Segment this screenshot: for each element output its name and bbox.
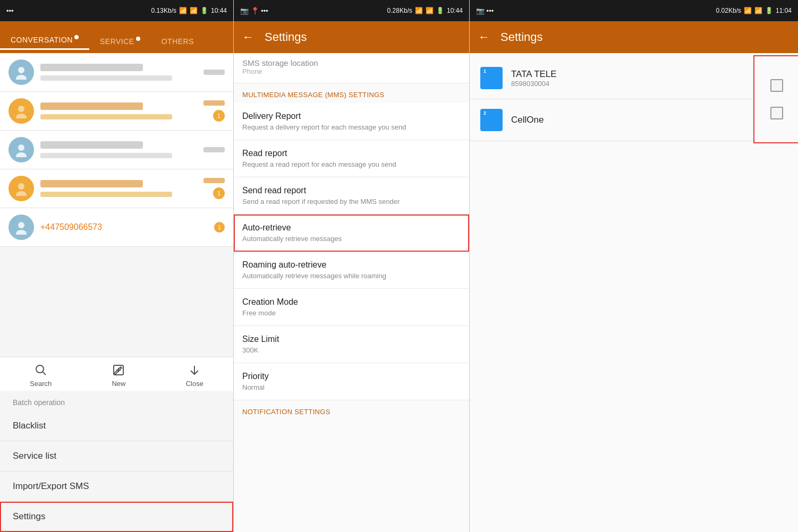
svg-point-5 (16, 152, 27, 157)
search-label: Search (30, 380, 52, 388)
send-read-report-subtitle: Send a read report if requested by the M… (242, 198, 461, 205)
battery-icon: 🔋 (200, 7, 208, 14)
tab-others[interactable]: OTHERS (151, 33, 205, 50)
back-button-3[interactable]: ← (478, 30, 490, 44)
conv-right: 1 (193, 100, 225, 122)
conv-badge: 1 (213, 110, 225, 122)
status-icons-3: 📷 ••• (476, 7, 494, 15)
sms-storage-item[interactable]: SMS storage location Phone (234, 53, 469, 83)
search-button[interactable]: Search (30, 363, 52, 388)
conv-name-blur (40, 102, 143, 110)
avatar (9, 98, 34, 124)
blacklist-item[interactable]: Blacklist (0, 411, 233, 441)
wifi-icon: 📶 (179, 7, 187, 14)
sim-1-checkbox[interactable] (770, 79, 783, 92)
size-limit-subtitle: 300K (242, 346, 461, 354)
new-button[interactable]: New (111, 363, 126, 388)
size-limit-item[interactable]: Size Limit 300K (234, 326, 469, 363)
roaming-auto-retrieve-item[interactable]: Roaming auto-retrieve Automatically retr… (234, 252, 469, 289)
list-item[interactable]: 1 (0, 92, 233, 131)
delivery-report-item[interactable]: Delivery Report Request a delivery repor… (234, 103, 469, 140)
signal-icon-2: 📶 (426, 7, 434, 14)
conv-name-blur (40, 64, 143, 71)
tab-service[interactable]: SERVICE (89, 32, 151, 50)
sim-item-2[interactable]: 2 CellOne (470, 99, 755, 141)
priority-item[interactable]: Priority Normal (234, 363, 469, 400)
settings-title-2: Settings (265, 30, 307, 44)
read-report-item[interactable]: Read report Request a read report for ea… (234, 140, 469, 177)
close-button[interactable]: Close (186, 363, 203, 388)
conv-msg-blur (40, 75, 172, 81)
conv-content (40, 141, 186, 158)
list-item[interactable] (0, 53, 233, 92)
wifi-icon-2: 📶 (415, 7, 423, 14)
speed-3: 0.02Kb/s (716, 7, 741, 14)
delivery-report-subtitle: Request a delivery report for each messa… (242, 123, 461, 131)
back-button-2[interactable]: ← (242, 30, 254, 44)
send-read-report-item[interactable]: Send read report Send a read report if r… (234, 177, 469, 214)
conv-time (203, 147, 225, 152)
svg-point-10 (36, 365, 44, 373)
svg-point-4 (18, 144, 24, 151)
avatar (9, 59, 34, 85)
read-report-subtitle: Request a read report for each message y… (242, 160, 461, 168)
sim-2-checkbox[interactable] (770, 107, 783, 119)
sim-badge-2: 2 (480, 109, 503, 131)
conv-right (193, 70, 225, 75)
sim-item-1[interactable]: 1 TATA TELE 8598030004 (470, 57, 755, 99)
conversation-list: 1 1 (0, 53, 233, 357)
sim-info-2: CellOne (511, 115, 745, 125)
time-3: 11:04 (776, 7, 792, 14)
creation-mode-item[interactable]: Creation Mode Free mode (234, 289, 469, 326)
list-item[interactable]: 1 (0, 169, 233, 208)
priority-subtitle: Normal (242, 383, 461, 391)
svg-point-7 (16, 191, 27, 196)
roaming-auto-retrieve-subtitle: Automatically retrieve messages while ro… (242, 272, 461, 280)
service-list-item[interactable]: Service list (0, 441, 233, 471)
svg-point-2 (18, 106, 24, 112)
conv-content (40, 64, 186, 81)
wifi-icon-3: 📶 (744, 7, 752, 14)
settings-header-2: ← Settings (234, 21, 469, 53)
svg-point-8 (18, 222, 24, 228)
conv-content (40, 180, 186, 197)
list-item[interactable] (0, 131, 233, 169)
conv-badge: 1 (213, 187, 225, 199)
conv-msg-blur (40, 153, 172, 158)
settings-body-2: SMS storage location Phone MULTIMEDIA ME… (234, 53, 469, 532)
conversation-badge (74, 35, 79, 39)
panel-settings: 📷 📍 ••• 0.28Kb/s 📶 📶 🔋 10:44 ← Settings … (234, 0, 470, 532)
notification-section-header: NOTIFICATION SETTINGS (234, 400, 469, 420)
conv-msg-blur (40, 114, 172, 119)
settings-title-3: Settings (500, 30, 543, 44)
time-1: 10:44 (211, 7, 227, 14)
size-limit-title: Size Limit (242, 334, 461, 344)
settings-item[interactable]: Settings (0, 502, 233, 532)
conv-content (40, 102, 186, 119)
mms-section-header: MULTIMEDIA MESSAGE (MMS) SETTINGS (234, 83, 469, 103)
sms-storage-subtitle: Phone (242, 67, 461, 75)
auto-retrieve-item[interactable]: Auto-retrieve Automatically retrieve mes… (234, 214, 469, 252)
send-read-report-title: Send read report (242, 186, 461, 195)
conv-right: 1 (193, 178, 225, 199)
signal-icon-3: 📶 (754, 7, 762, 14)
status-bar-1: ••• 0.13Kb/s 📶 📶 🔋 10:44 (0, 0, 233, 21)
conv-msg-blur (40, 192, 172, 197)
status-dots-1: ••• (6, 7, 14, 15)
panel-conversations: ••• 0.13Kb/s 📶 📶 🔋 10:44 CONVERSATION SE… (0, 0, 234, 532)
sim-number-badge-1: 1 (482, 68, 488, 74)
action-bar: Search New Close (0, 357, 233, 391)
conv-right: 1 (193, 222, 225, 233)
tab-conversation[interactable]: CONVERSATION (0, 31, 89, 50)
sim-list: 1 TATA TELE 8598030004 2 CellOne (470, 53, 798, 532)
svg-point-1 (16, 75, 27, 80)
roaming-auto-retrieve-title: Roaming auto-retrieve (242, 260, 461, 270)
phone-number: +447509066573 (40, 222, 186, 232)
creation-mode-title: Creation Mode (242, 297, 461, 307)
service-badge (136, 37, 140, 41)
list-item[interactable]: +447509066573 1 (0, 208, 233, 247)
avatar (9, 176, 34, 201)
import-export-item[interactable]: Import/Export SMS (0, 471, 233, 502)
creation-mode-subtitle: Free mode (242, 309, 461, 317)
sim-info-1: TATA TELE 8598030004 (511, 69, 745, 88)
